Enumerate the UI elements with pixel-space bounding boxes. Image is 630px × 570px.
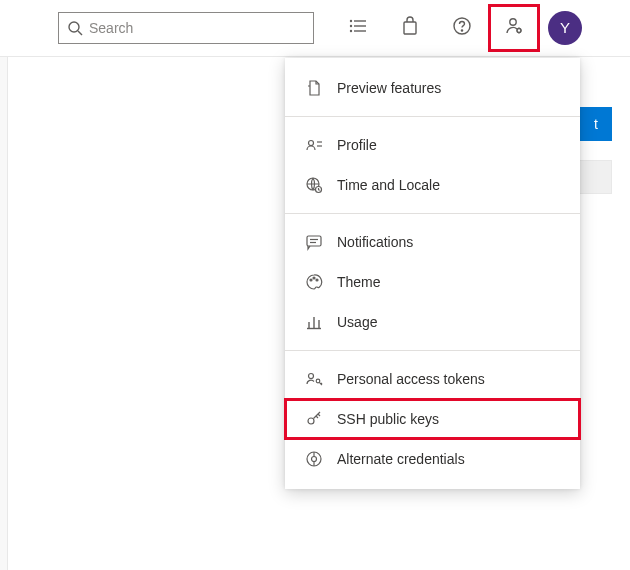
user-settings-menu: Preview features Profile Time and Locale…	[285, 58, 580, 489]
primary-action-label: t	[594, 116, 598, 132]
marketplace-button[interactable]	[384, 4, 436, 52]
menu-item-label: Personal access tokens	[337, 371, 485, 387]
globe-clock-icon	[305, 176, 323, 194]
person-card-icon	[305, 136, 323, 154]
work-items-button[interactable]	[332, 4, 384, 52]
help-icon	[452, 16, 472, 40]
credentials-icon	[305, 450, 323, 468]
svg-point-10	[461, 29, 462, 30]
menu-item-label: Usage	[337, 314, 377, 330]
menu-divider	[285, 213, 580, 214]
search-icon	[67, 20, 83, 36]
user-settings-icon	[504, 16, 524, 40]
svg-point-5	[351, 20, 352, 21]
svg-point-6	[351, 25, 352, 26]
menu-item-label: Time and Locale	[337, 177, 440, 193]
user-settings-button[interactable]	[488, 4, 540, 52]
svg-point-22	[313, 277, 315, 279]
primary-action-button[interactable]: t	[580, 107, 612, 141]
svg-rect-8	[404, 22, 416, 34]
svg-point-30	[308, 418, 314, 424]
svg-point-23	[316, 279, 318, 281]
menu-item-notifications[interactable]: Notifications	[285, 222, 580, 262]
menu-item-label: Preview features	[337, 80, 441, 96]
search-box[interactable]	[58, 12, 314, 44]
svg-point-28	[309, 374, 314, 379]
top-icons	[332, 4, 540, 52]
menu-item-usage[interactable]: Usage	[285, 302, 580, 342]
menu-divider	[285, 116, 580, 117]
menu-item-label: SSH public keys	[337, 411, 439, 427]
search-input[interactable]	[89, 20, 305, 36]
person-key-icon	[305, 370, 323, 388]
svg-point-29	[316, 379, 320, 383]
svg-point-32	[312, 457, 317, 462]
svg-line-1	[78, 31, 82, 35]
menu-item-label: Notifications	[337, 234, 413, 250]
palette-icon	[305, 273, 323, 291]
menu-item-pat[interactable]: Personal access tokens	[285, 359, 580, 399]
key-icon	[305, 410, 323, 428]
help-button[interactable]	[436, 4, 488, 52]
menu-item-label: Theme	[337, 274, 381, 290]
svg-point-21	[310, 279, 312, 281]
menu-item-theme[interactable]: Theme	[285, 262, 580, 302]
bag-icon	[400, 16, 420, 40]
svg-point-11	[510, 18, 516, 24]
menu-item-time-locale[interactable]: Time and Locale	[285, 165, 580, 205]
avatar[interactable]: Y	[548, 11, 582, 45]
top-bar: Y	[0, 0, 630, 56]
menu-item-preview-features[interactable]: Preview features	[285, 68, 580, 108]
bar-chart-icon	[305, 313, 323, 331]
svg-point-13	[309, 141, 314, 146]
menu-divider	[285, 350, 580, 351]
list-icon	[348, 16, 368, 40]
menu-item-profile[interactable]: Profile	[285, 125, 580, 165]
svg-point-7	[351, 30, 352, 31]
menu-item-ssh-keys[interactable]: SSH public keys	[285, 399, 580, 439]
sidebar	[0, 57, 8, 570]
menu-item-alt-credentials[interactable]: Alternate credentials	[285, 439, 580, 479]
svg-rect-18	[307, 236, 321, 246]
sparkle-doc-icon	[305, 79, 323, 97]
avatar-initial: Y	[560, 19, 570, 36]
chat-icon	[305, 233, 323, 251]
menu-item-label: Alternate credentials	[337, 451, 465, 467]
menu-item-label: Profile	[337, 137, 377, 153]
svg-point-0	[69, 22, 79, 32]
